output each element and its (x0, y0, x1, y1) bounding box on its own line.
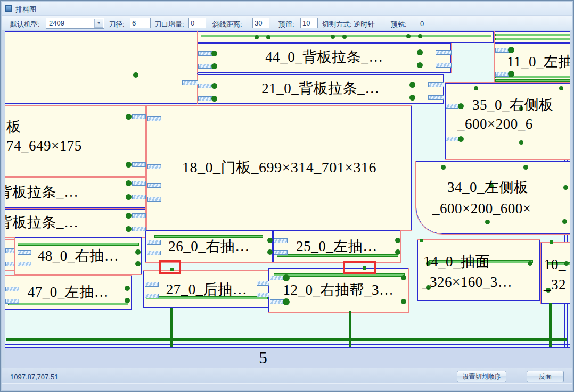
drill-dot (523, 165, 528, 170)
sliver-left[interactable] (5, 240, 15, 270)
panel-35[interactable]: 35_0_右侧板_600×200_6 (445, 83, 570, 159)
app-window: 排料图 默认机型: 2409 ▼ 刀径: 刀口增量: 斜线距离: 预留: 切割方… (0, 0, 574, 392)
panel-34[interactable]: 34_0_左侧板_600×200_600× (416, 161, 570, 234)
tool-diameter-label: 刀径: (109, 20, 125, 29)
connector-slot (446, 104, 458, 109)
drill-dot (508, 71, 514, 77)
drill-dot (283, 274, 290, 281)
connector-slot (446, 137, 458, 141)
chevron-down-icon[interactable]: ▼ (94, 19, 103, 28)
drill-dot (508, 47, 514, 53)
selection-highlight (343, 261, 376, 274)
small-marker (363, 266, 366, 270)
panel-label: 74_649×175 (6, 138, 82, 154)
machine-select[interactable]: 2409 ▼ (46, 18, 104, 29)
drill-dot (458, 136, 464, 142)
panel-label: 34_0_左侧板 (447, 180, 529, 196)
connector-slot (132, 227, 146, 231)
panel-44[interactable]: 44_0_背板拉条_… (198, 43, 451, 73)
machine-label: 默认机型: (10, 20, 40, 29)
drill-dot (418, 34, 422, 38)
panel-label: 14_0_抽面 (423, 254, 490, 270)
sheet[interactable]: 44_0_背板拉条_…21_0_背板拉条_…11_0_左抽35_0_右侧板_60… (5, 31, 570, 348)
sheet-border-bottom-outer (5, 344, 570, 345)
panel-backstrap-1[interactable]: 背板拉条_… (5, 178, 145, 208)
panel-18[interactable]: 18_0_门板_699×314_701×316 (147, 106, 412, 230)
panel-14[interactable]: 14_0_抽面_326×160_3… (417, 240, 540, 301)
set-cut-order-button[interactable]: 设置切割顺序 (457, 371, 506, 382)
panel-27[interactable]: 27_0_后抽… (143, 271, 270, 308)
drill-dot (485, 220, 490, 224)
drill-dot (563, 185, 568, 190)
drill-dot (133, 72, 138, 78)
nesting-canvas[interactable]: 44_0_背板拉条_…21_0_背板拉条_…11_0_左抽35_0_右侧板_60… (5, 31, 570, 368)
cut-path-line (549, 303, 552, 347)
selection-highlight (159, 260, 181, 274)
panel-label: 27_0_后抽… (144, 282, 269, 298)
panel-47[interactable]: 47_0_左抽… (5, 276, 132, 310)
panel-label: 47_0_左抽… (5, 285, 131, 301)
tool-diameter-input[interactable] (130, 18, 151, 28)
panel-label: 18_0_门板_699×314_701×316 (147, 160, 411, 176)
panel-11[interactable]: 11_0_左抽 (495, 43, 570, 82)
page-title: 排料图 (15, 5, 36, 14)
panel-label: _600×200_600× (432, 201, 531, 217)
panel-label: 11_0_左抽 (507, 54, 570, 70)
groove-line (18, 243, 139, 246)
panel-label: 44_0_背板拉条_… (198, 49, 450, 65)
drill-dot (255, 35, 259, 39)
drill-dot (126, 226, 132, 232)
reserve-input[interactable] (300, 18, 318, 28)
strip-top[interactable] (198, 31, 494, 43)
panel-74[interactable]: 板74_649×175 (5, 106, 145, 176)
connector-slot (270, 276, 284, 280)
panel-label: 25_0_左抽… (274, 239, 400, 255)
panel-label: 35_0_右侧板 (472, 97, 554, 113)
blank-top-left[interactable] (5, 31, 198, 104)
drill-dot (283, 298, 290, 305)
connector-slot (147, 116, 161, 121)
panel-label: 26_0_右抽… (146, 239, 272, 255)
panel-label: 21_0_背板拉条_… (198, 81, 443, 97)
kerf-label: 刀口增量: (154, 20, 184, 29)
connector-slot (132, 213, 146, 218)
cut-mode-label: 切割方式: 逆时针 (322, 20, 374, 29)
panel-label: _326×160_3… (422, 274, 512, 290)
panel-backstrap-2[interactable]: 背板拉条_… (5, 209, 145, 237)
drill-dot (126, 114, 132, 120)
drill-dot (331, 35, 335, 39)
flip-side-button[interactable]: 反面 (527, 371, 564, 382)
panel-10[interactable]: 10__32 (541, 243, 570, 304)
splitter-grip-icon[interactable]: ··· (269, 384, 275, 389)
groove-line (154, 235, 263, 238)
drill-dot (266, 35, 270, 39)
drill-dot (126, 213, 132, 219)
small-marker (420, 239, 423, 242)
panel-12[interactable]: 12_0_右抽帮_3… (268, 268, 408, 312)
connector-slot (132, 114, 146, 119)
drill-dot (519, 140, 523, 145)
drill-dot (126, 162, 132, 168)
small-marker (550, 240, 553, 244)
kerf-input[interactable] (188, 18, 206, 28)
connector-slot (5, 248, 14, 253)
groove-line (495, 38, 570, 40)
sheet-margin-area: 5 (5, 348, 570, 368)
diagonal-input[interactable] (252, 18, 269, 28)
panel-25[interactable]: 25_0_左抽… (273, 230, 400, 262)
drill-dot (441, 165, 446, 170)
cut-path-line (6, 338, 567, 341)
machine-value: 2409 (49, 19, 64, 27)
strip-top-right[interactable] (495, 31, 570, 43)
diagonal-label: 斜线距离: (212, 20, 242, 29)
groove-line (274, 273, 405, 277)
panel-21[interactable]: 21_0_背板拉条_… (198, 74, 444, 104)
groove-line (8, 303, 128, 305)
panel-label: 12_0_右抽帮_3… (269, 282, 408, 298)
drill-dot (528, 261, 532, 266)
panel-48[interactable]: 48_0_右抽… (15, 237, 142, 274)
panel-26[interactable]: 26_0_右抽… (145, 230, 273, 262)
groove-line (277, 254, 398, 257)
cursor-coordinates: 1097.87,707.51 (10, 373, 58, 381)
status-bar: 1097.87,707.51 设置切割顺序 反面 (2, 368, 572, 385)
